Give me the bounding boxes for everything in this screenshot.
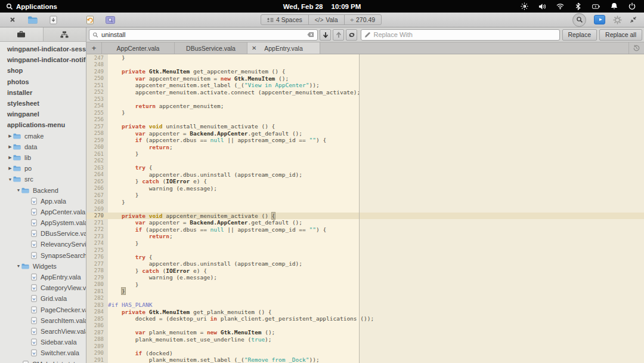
project-item[interactable]: wingpanel-indicator-notific...: [0, 54, 86, 65]
tree-file-SynapseSearch.vala[interactable]: SynapseSearch.vala: [0, 250, 86, 261]
code-line-269[interactable]: 269: [86, 205, 644, 213]
code-line-251[interactable]: 251 appcenter_menuitem.set_label (_("Vie…: [86, 82, 644, 89]
code-line-279[interactable]: 279 warning (e.message);: [86, 274, 644, 281]
replace-button[interactable]: Replace: [562, 29, 597, 41]
code-line-254[interactable]: 254 return appcenter_menuitem;: [86, 103, 644, 110]
code-line-270[interactable]: 270 private void appcenter_menuitem_acti…: [86, 213, 644, 220]
save-as-icon[interactable]: [47, 14, 60, 26]
code-line-263[interactable]: 263 try {: [86, 164, 644, 171]
code-line-271[interactable]: 271 var appcenter = Backend.AppCenter.ge…: [86, 219, 644, 226]
code-line-259[interactable]: 259 if (appcenter.dbus == null || appstr…: [86, 137, 644, 144]
expander-icon[interactable]: ▼: [7, 177, 13, 182]
outline-view-toggle[interactable]: [44, 27, 86, 41]
code-line-277[interactable]: 277 appcenter.dbus.uninstall (appstream_…: [86, 260, 644, 267]
expander-icon[interactable]: ▼: [16, 264, 21, 268]
tree-folder-po[interactable]: ▶po: [0, 163, 86, 174]
code-line-255[interactable]: 255 }: [86, 109, 644, 116]
tree-file-App.vala[interactable]: App.vala: [0, 196, 86, 207]
code-line-273[interactable]: 273 return;: [86, 233, 644, 240]
code-line-252[interactable]: 252 appcenter_menuitem.activate.connect …: [86, 89, 644, 96]
project-item[interactable]: installer: [0, 87, 86, 98]
tree-file-RelevancyService.vala[interactable]: RelevancyService.vala: [0, 239, 86, 250]
code-line-272[interactable]: 272 if (appcenter.dbus == null || appstr…: [86, 226, 644, 233]
find-toggle-button[interactable]: [572, 13, 586, 27]
expander-icon[interactable]: ▶: [7, 166, 13, 171]
code-line-258[interactable]: 258 var appcenter = Backend.AppCenter.ge…: [86, 130, 644, 137]
project-item[interactable]: wingpanel-indicator-session: [0, 44, 86, 54]
code-line-262[interactable]: 262: [86, 158, 644, 165]
tab-AppCenter.vala[interactable]: AppCenter.vala: [102, 42, 175, 54]
code-line-291[interactable]: 291 plank_menuitem.set_label (_("Remove …: [86, 356, 644, 363]
code-line-290[interactable]: 290 if (docked): [86, 350, 644, 357]
code-line-283[interactable]: 283#if HAS_PLANK: [86, 302, 644, 309]
code-line-282[interactable]: 282: [86, 295, 644, 302]
replace-all-button[interactable]: Replace all: [599, 29, 642, 41]
cyclic-search-button[interactable]: [346, 29, 357, 41]
tree-file-CategoryView.vala[interactable]: CategoryView.vala: [0, 282, 86, 293]
expander-icon[interactable]: ▶: [7, 134, 13, 139]
tree-file-SearchItem.vala[interactable]: SearchItem.vala: [0, 315, 86, 326]
tree-folder-src[interactable]: ▼src: [0, 174, 86, 184]
tree-folder-Widgets[interactable]: ▼Widgets: [0, 261, 86, 272]
tree-file-DBusService.vala[interactable]: DBusService.vala: [0, 228, 86, 239]
search-input[interactable]: [101, 31, 304, 38]
code-line-284[interactable]: 284 private Gtk.MenuItem get_plank_menui…: [86, 309, 644, 316]
code-line-287[interactable]: 287 var plank_menuitem = new Gtk.MenuIte…: [86, 329, 644, 336]
code-line-248[interactable]: 248: [86, 61, 644, 69]
code-line-276[interactable]: 276 try {: [86, 254, 644, 261]
history-button[interactable]: [628, 42, 644, 54]
tab-DBusService.vala[interactable]: DBusService.vala: [175, 42, 247, 54]
open-folder-icon[interactable]: [26, 14, 39, 26]
clear-search-icon[interactable]: [307, 32, 314, 38]
replace-field[interactable]: [361, 29, 560, 41]
night-light-icon[interactable]: [521, 2, 528, 10]
volume-icon[interactable]: [538, 2, 546, 10]
code-line-260[interactable]: 260 return;: [86, 144, 644, 151]
code-line-256[interactable]: 256: [86, 116, 644, 124]
code-line-275[interactable]: 275: [86, 247, 644, 254]
code-line-281[interactable]: 281 }: [86, 288, 644, 295]
source-view[interactable]: 247 }248249 private Gtk.MenuItem get_app…: [86, 54, 644, 363]
code-line-278[interactable]: 278 } catch (IOError e) {: [86, 267, 644, 275]
tree-file-Sidebar.vala[interactable]: Sidebar.vala: [0, 337, 86, 347]
search-next-button[interactable]: [320, 29, 331, 41]
code-line-288[interactable]: 288 plank_menuitem.set_use_underline (tr…: [86, 336, 644, 343]
notifications-icon[interactable]: [610, 2, 618, 10]
project-item[interactable]: applications-menu: [0, 119, 86, 130]
project-item[interactable]: photos: [0, 76, 86, 87]
replace-input[interactable]: [373, 31, 556, 38]
share-button[interactable]: [594, 15, 605, 24]
tree-file-AppEntry.vala[interactable]: AppEntry.vala: [0, 272, 86, 282]
battery-icon[interactable]: [592, 2, 600, 10]
code-line-265[interactable]: 265 } catch (IOError e) {: [86, 178, 644, 185]
code-line-266[interactable]: 266 warning (e.message);: [86, 185, 644, 192]
tab-AppEntry.vala[interactable]: ✕AppEntry.vala: [247, 42, 320, 54]
tree-folder-cmake[interactable]: ▶cmake: [0, 131, 86, 141]
new-tab-button[interactable]: +: [86, 42, 102, 54]
code-line-264[interactable]: 264 appcenter.dbus.uninstall (appstream_…: [86, 171, 644, 179]
tree-folder-lib[interactable]: ▶lib: [0, 152, 86, 163]
code-line-247[interactable]: 247 }: [86, 54, 644, 61]
project-item[interactable]: shop: [0, 65, 86, 76]
code-line-267[interactable]: 267 }: [86, 192, 644, 199]
expander-icon[interactable]: ▶: [7, 155, 13, 160]
tree-file-CMakeLists.txt[interactable]: CMakeLists.txt: [0, 358, 86, 363]
language-button[interactable]: </> Vala: [309, 15, 345, 24]
search-field[interactable]: [89, 29, 318, 41]
code-line-257[interactable]: 257 private void uninstall_menuitem_acti…: [86, 123, 644, 130]
tree-file-Switcher.vala[interactable]: Switcher.vala: [0, 347, 86, 358]
bluetooth-icon[interactable]: [574, 2, 582, 10]
revert-document-icon[interactable]: [83, 14, 97, 26]
code-line-274[interactable]: 274 }: [86, 240, 644, 247]
code-line-253[interactable]: 253: [86, 96, 644, 103]
close-tab-icon[interactable]: ✕: [252, 45, 256, 51]
search-previous-button[interactable]: [333, 29, 344, 41]
goto-line-button[interactable]: ÷ 270.49: [345, 15, 382, 24]
code-line-285[interactable]: 285 docked = (desktop_uri in plank_clien…: [86, 315, 644, 322]
code-line-250[interactable]: 250 var appcenter_menuitem = new Gtk.Men…: [86, 75, 644, 82]
project-item[interactable]: stylesheet: [0, 98, 86, 109]
tree-file-SearchView.vala[interactable]: SearchView.vala: [0, 326, 86, 337]
indent-width-button[interactable]: 4 Spaces: [261, 15, 309, 24]
datetime[interactable]: Wed, Feb 28 10:09 PM: [283, 3, 361, 10]
power-icon[interactable]: [628, 2, 636, 10]
